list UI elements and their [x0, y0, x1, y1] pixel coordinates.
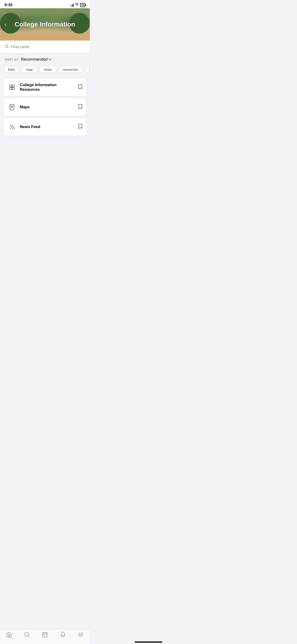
cards-list: College Information Resources Maps	[0, 77, 90, 142]
bookmark-icon-college-info[interactable]	[78, 84, 82, 90]
card-icon-rss	[7, 122, 16, 132]
status-bar: 9:35 93	[0, 0, 90, 8]
search-section	[0, 40, 90, 54]
card-icon-document	[7, 102, 16, 112]
card-college-info-resources[interactable]: College Information Resources	[4, 78, 86, 96]
svg-rect-2	[10, 85, 12, 87]
status-time: 9:35	[4, 3, 12, 7]
sort-dropdown[interactable]: Recommended	[21, 57, 51, 62]
card-maps[interactable]: Maps	[4, 98, 86, 116]
wifi-icon	[75, 4, 79, 7]
card-title-maps: Maps	[20, 105, 75, 110]
sort-label: SORT BY	[4, 58, 19, 61]
signal-icon	[70, 4, 74, 7]
svg-rect-3	[12, 85, 14, 87]
svg-point-10	[10, 128, 11, 129]
content-area: SORT BY Recommended links map news resou…	[0, 40, 90, 142]
filter-tag-map[interactable]: map	[22, 66, 37, 73]
battery-icon: 93	[80, 3, 85, 7]
page-title: College Information	[0, 21, 90, 28]
sort-value-text: Recommended	[21, 57, 48, 62]
filter-tag-links[interactable]: links	[4, 66, 19, 73]
svg-rect-4	[10, 88, 12, 90]
filter-tag-news[interactable]: news	[39, 66, 56, 73]
status-icons: 93	[70, 3, 85, 7]
search-input[interactable]	[11, 45, 85, 49]
hero-banner: ‹ College Information	[0, 8, 90, 40]
card-title-college-info-resources: College Information Resources	[20, 83, 75, 92]
filter-tag-resources[interactable]: resources	[58, 66, 82, 73]
svg-rect-5	[12, 88, 14, 90]
svg-line-1	[7, 47, 8, 48]
bookmark-icon-maps[interactable]	[78, 104, 82, 110]
search-icon	[4, 44, 9, 50]
svg-rect-6	[10, 104, 14, 110]
filter-tag-web[interactable]: web	[85, 66, 90, 73]
bookmark-icon-news-feed[interactable]	[78, 124, 82, 130]
card-title-news-feed: News Feed	[20, 124, 75, 129]
sort-section: SORT BY Recommended	[0, 54, 90, 64]
card-icon-pages	[7, 83, 16, 92]
card-news-feed[interactable]: News Feed	[4, 118, 86, 136]
chevron-down-icon	[48, 58, 51, 61]
filter-tags: links map news resources web	[0, 64, 90, 77]
